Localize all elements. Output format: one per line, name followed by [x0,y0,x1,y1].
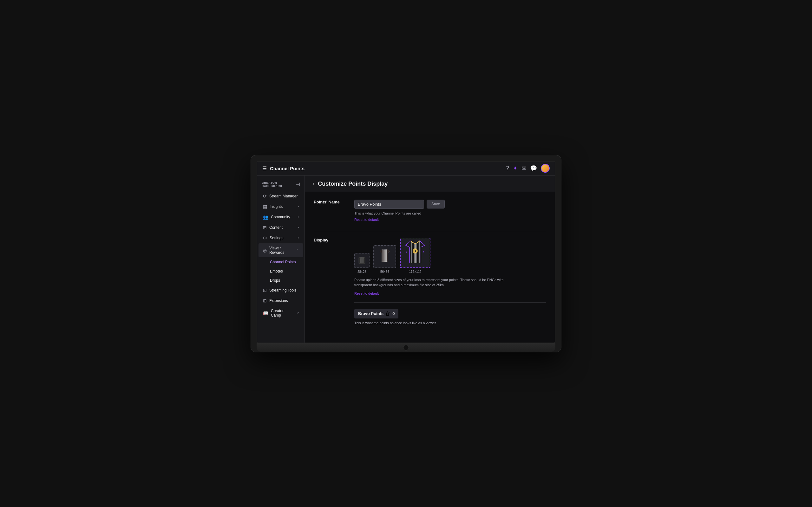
laptop-notch [403,345,409,350]
sidebar-item-community[interactable]: 👥 Community › [258,212,303,222]
stream-manager-icon: ⟳ [263,193,267,199]
icon-box-small: 28×28 [354,253,369,274]
extensions-icon: ⊞ [263,298,267,303]
settings-chevron: › [298,236,299,239]
magic-icon[interactable]: ✦ [513,165,518,172]
mail-icon[interactable]: ✉ [521,165,526,172]
icon-upload-small[interactable] [354,253,369,268]
sidebar-sub-drops[interactable]: Drops [270,276,303,285]
sidebar-item-viewer-rewards[interactable]: ◎ Viewer Rewards ⌃ [258,243,303,257]
upload-description: Please upload 3 different sizes of your … [354,277,513,288]
content-body: Points' Name Save This is what your Chan… [305,192,555,343]
topbar: ☰ Channel Points ? ✦ ✉ 💬 [257,162,555,176]
points-name-section: Points' Name Save This is what your Chan… [314,200,546,222]
settings-icon: ⚙ [263,235,267,240]
laptop-base [257,343,555,352]
sidebar-sub-emotes[interactable]: Emotes [270,267,303,276]
points-preview-icon: 🗑 [386,311,391,317]
community-icon: 👥 [263,215,268,220]
icon-size-label-large: 112×112 [409,270,421,274]
svg-text:‹: ‹ [406,249,407,254]
insights-chevron: › [298,205,299,208]
sidebar-item-extensions[interactable]: ⊞ Extensions [258,296,303,306]
avatar[interactable] [541,164,550,173]
sidebar-collapse-icon[interactable]: ⊣ [296,182,300,187]
main-layout: CREATOR DASHBOARD ⊣ ⟳ Stream Manager ▦ I… [257,176,555,343]
points-name-label: Points' Name [314,200,345,205]
icon-box-large: ‹ › ★ 112×112 [400,238,430,274]
display-label: Display [314,238,345,242]
sidebar: CREATOR DASHBOARD ⊣ ⟳ Stream Manager ▦ I… [257,176,305,343]
shirt-icon-small [358,256,366,265]
page-title: Customize Points Display [318,181,388,187]
points-preview: Bravo Points 🗑 0 [354,309,398,319]
content-chevron: › [298,226,299,229]
sidebar-item-settings[interactable]: ⚙ Settings › [258,233,303,243]
creator-camp-external-icon: ↗ [296,311,299,315]
icon-size-label-small: 28×28 [357,270,366,274]
icon-size-label-medium: 56×56 [380,270,389,274]
insights-icon: ▦ [263,204,267,209]
chat-icon[interactable]: 💬 [530,165,537,172]
sidebar-sub-channel-points[interactable]: Channel Points [270,258,303,267]
points-name-input[interactable] [354,200,424,209]
content-header: ‹ Customize Points Display [305,176,555,192]
streaming-tools-icon: ⊡ [263,288,267,293]
section-divider-1 [314,231,546,231]
back-button[interactable]: ‹ [312,181,314,187]
display-row: Display [314,238,546,326]
points-name-row: Points' Name Save This is what your Chan… [314,200,546,222]
sidebar-item-insights[interactable]: ▦ Insights › [258,202,303,212]
points-name-content: Save This is what your Channel Points ar… [354,200,546,222]
help-icon[interactable]: ? [506,165,509,172]
input-row: Save [354,200,546,209]
app-title: Channel Points [270,166,305,171]
points-preview-count: 0 [392,311,395,316]
points-name-reset[interactable]: Reset to default [354,218,379,222]
menu-icon[interactable]: ☰ [262,165,267,171]
points-preview-name: Bravo Points [358,311,384,316]
sidebar-header: CREATOR DASHBOARD ⊣ [257,179,305,191]
svg-text:›: › [423,249,424,254]
points-name-hint: This is what your Channel Points are cal… [354,211,546,215]
svg-text:★: ★ [414,249,417,253]
content-area: ‹ Customize Points Display Points' Name … [305,176,555,343]
viewer-rewards-subnav: Channel Points Emotes Drops [257,258,305,285]
icon-box-medium: 56×56 [373,245,396,274]
icon-upload-large[interactable]: ‹ › ★ [400,238,430,268]
viewer-rewards-chevron: ⌃ [296,248,299,252]
shirt-icon-medium [377,248,392,266]
creator-camp-icon: 📖 [263,311,268,316]
laptop-frame: ☰ Channel Points ? ✦ ✉ 💬 CREATOR DASHBOA… [251,155,561,352]
icon-upload-medium[interactable] [373,245,396,268]
sidebar-item-content[interactable]: ⊞ Content › [258,222,303,233]
display-content: 28×28 [354,238,546,326]
shirt-icon-large: ‹ › ★ [403,239,428,267]
viewer-hint: This is what the points balance looks li… [354,321,546,325]
content-icon: ⊞ [263,225,267,230]
sidebar-item-stream-manager[interactable]: ⟳ Stream Manager [258,191,303,201]
topbar-left: ☰ Channel Points [262,165,305,171]
display-section: Display [314,238,546,326]
topbar-right: ? ✦ ✉ 💬 [506,164,550,173]
display-reset[interactable]: Reset to default [354,291,379,295]
viewer-rewards-icon: ◎ [263,248,267,253]
sidebar-item-creator-camp[interactable]: 📖 Creator Camp ↗ [258,306,303,320]
community-chevron: › [298,215,299,219]
sidebar-item-streaming-tools[interactable]: ⊡ Streaming Tools [258,285,303,295]
icon-sizes: 28×28 [354,238,546,274]
laptop-screen: ☰ Channel Points ? ✦ ✉ 💬 CREATOR DASHBOA… [257,161,555,343]
save-button[interactable]: Save [426,200,445,209]
